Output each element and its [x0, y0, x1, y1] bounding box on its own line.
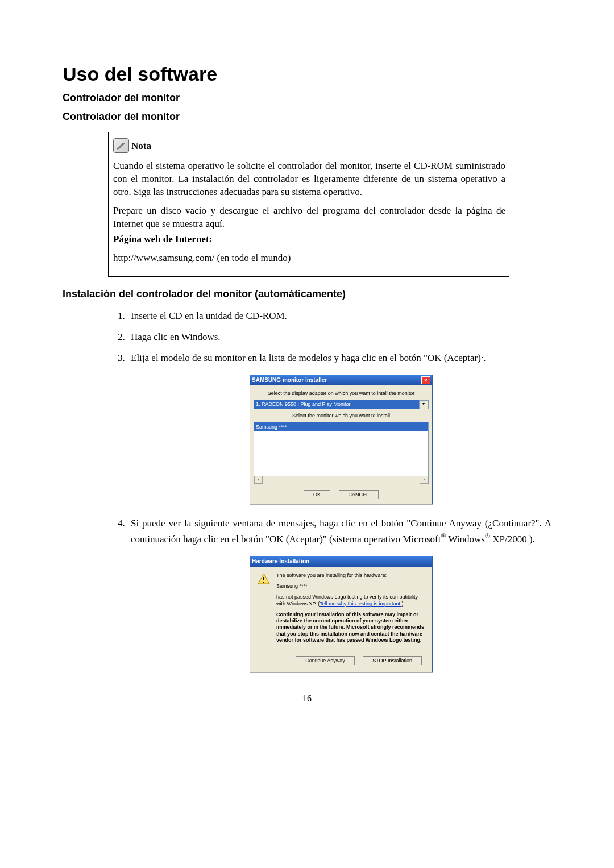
note-url: http://www.samsung.com/ (en todo el mund…: [113, 252, 505, 265]
stop-installation-button[interactable]: STOP Installation: [363, 656, 422, 665]
rule-bottom: [63, 690, 551, 690]
steps-list: Inserte el CD en la unidad de CD-ROM. Ha…: [111, 308, 551, 673]
chevron-down-icon[interactable]: ▾: [419, 400, 428, 409]
svg-rect-0: [263, 577, 264, 580]
note-icon: [113, 138, 129, 153]
installer-label-1: Select the display adapter on which you …: [254, 389, 429, 397]
close-icon[interactable]: ×: [421, 376, 430, 384]
monitor-list-item[interactable]: Samsung ****: [254, 422, 428, 431]
install-heading: Instalación del controlador del monitor …: [63, 288, 551, 300]
step-3-text: Elija el modelo de su monitor en la list…: [131, 352, 486, 363]
hw-line-3b: ): [401, 601, 403, 607]
step-4-text-c: XP/2000 ).: [490, 534, 535, 545]
warning-icon: [257, 572, 271, 586]
step-1: Inserte el CD en la unidad de CD-ROM.: [127, 308, 551, 323]
hw-line-1: The software you are installing for this…: [276, 572, 425, 579]
installer-titlebar: SAMSUNG monitor installer ×: [250, 375, 432, 385]
page-title: Uso del software: [63, 63, 551, 85]
scroll-left-icon[interactable]: ‹: [254, 476, 263, 484]
horizontal-scrollbar[interactable]: ‹ ›: [254, 476, 428, 484]
step-4-text-b: Windows: [446, 534, 484, 545]
note-label: Nota: [131, 140, 151, 153]
hardware-dialog: Hardware Installation: [250, 556, 433, 672]
continue-anyway-button[interactable]: Continue Anyway: [296, 656, 355, 665]
step-3: Elija el modelo de su monitor en la list…: [127, 350, 551, 504]
installer-title-text: SAMSUNG monitor installer: [252, 375, 327, 385]
hw-line-2: Samsung ****: [276, 583, 425, 589]
note-box: Nota Cuando el sistema operativo le soli…: [108, 132, 509, 277]
section-heading-1: Controlador del monitor: [63, 92, 551, 104]
hardware-title-text: Hardware Installation: [252, 556, 309, 567]
scroll-right-icon[interactable]: ›: [420, 476, 428, 484]
hw-link[interactable]: Tell me why this testing is important.: [320, 601, 401, 607]
hw-bold-block: Continuing your installation of this sof…: [276, 612, 425, 643]
hardware-titlebar: Hardware Installation: [250, 556, 432, 567]
section-heading-2: Controlador del monitor: [63, 111, 551, 123]
ok-button[interactable]: OK: [304, 490, 330, 499]
note-paragraph-1: Cuando el sistema operativo le solicite …: [113, 160, 505, 199]
step-4-text-a: Si puede ver la siguiente ventana de men…: [131, 518, 551, 545]
page-number: 16: [63, 693, 551, 704]
installer-dialog: SAMSUNG monitor installer × Select the d…: [250, 375, 433, 504]
adapter-select-value: 1. RADEON 9550 : Plug and Play Monitor: [254, 400, 419, 409]
installer-label-2: Select the monitor which you want to ins…: [254, 412, 429, 420]
note-web-label: Página web de Internet:: [113, 234, 212, 244]
step-4: Si puede ver la siguiente ventana de men…: [127, 516, 551, 672]
monitor-listbox[interactable]: Samsung **** ‹ ›: [254, 422, 429, 484]
hw-line-3: has not passed Windows Logo testing to v…: [276, 594, 425, 607]
rule-top: [63, 40, 551, 40]
svg-rect-1: [263, 582, 264, 583]
note-paragraph-2: Prepare un disco vacío y descargue el ar…: [113, 205, 505, 231]
adapter-select[interactable]: 1. RADEON 9550 : Plug and Play Monitor ▾: [254, 400, 429, 409]
step-2: Haga clic en Windows.: [127, 329, 551, 344]
cancel-button[interactable]: CANCEL: [339, 490, 379, 499]
